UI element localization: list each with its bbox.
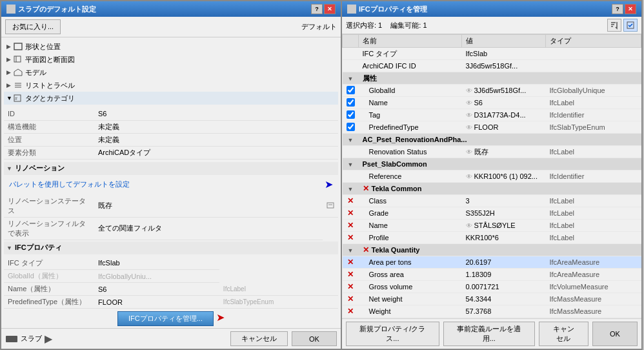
x-mark: ✕ xyxy=(347,294,354,304)
close-button[interactable]: ✕ xyxy=(324,4,336,14)
x-mark: ✕ xyxy=(347,270,354,279)
eye-icon: 👁 xyxy=(466,87,472,94)
close-button[interactable]: ✕ xyxy=(625,4,636,14)
row-checkbox[interactable] xyxy=(347,110,355,119)
table-row[interactable]: ArchiCAD IFC ID 3J6d5wr518Gf... xyxy=(343,60,641,72)
table-row[interactable]: ✕ Class 3 IfcLabel xyxy=(343,195,641,207)
group-expand[interactable]: ▼ xyxy=(343,134,359,146)
arrow-icon: ➤ xyxy=(325,178,333,190)
tree-item-list-label: リストとラベル xyxy=(25,81,75,90)
renovation-section-header[interactable]: ▼ リノベーション xyxy=(4,162,338,175)
help-button[interactable]: ? xyxy=(311,4,323,14)
filter-icon xyxy=(327,201,334,209)
table-row[interactable]: ▼ ✕ Tekla Quantity xyxy=(343,244,641,256)
check-cell[interactable] xyxy=(343,97,359,109)
row-type: IfcMassMeasure xyxy=(546,293,641,305)
table-row[interactable]: ✕ Gross volume 0.0071721 IfcVolumeMeasur… xyxy=(343,281,641,293)
toolbar-icons xyxy=(607,19,638,32)
table-row[interactable]: Renovation Status 👁既存 IfcLabel xyxy=(343,146,641,158)
table-row[interactable]: ✕ Net weight 54.3344 IfcMassMeasure xyxy=(343,293,641,305)
check-cell[interactable] xyxy=(343,121,359,134)
row-name: Gross area xyxy=(359,269,462,281)
table-row[interactable]: ▼ AC_Pset_RenovationAndPha... xyxy=(343,134,641,146)
predefine-button[interactable]: 事前定義ルールを適用... xyxy=(443,322,535,346)
table-row[interactable]: ▼ 属性 xyxy=(343,72,641,85)
ifc-type-value: IfcSlab xyxy=(94,257,219,270)
right-dialog-title: IFCプロパティを管理 xyxy=(359,5,427,14)
renovation-status-row: リノベーションステータス 既存 xyxy=(4,195,338,218)
row-name: Grade xyxy=(359,207,462,220)
table-row[interactable]: ▼ ✕ Tekla Common xyxy=(343,183,641,195)
tree-item-model[interactable]: ▶ モデル xyxy=(4,66,338,79)
expand-icon: ▼ xyxy=(348,137,354,143)
group-expand[interactable]: ▼ xyxy=(343,158,359,170)
check-cell xyxy=(343,48,359,60)
arrow-icon: ▶ xyxy=(6,43,13,50)
renovation-content: パレットを使用してデフォルトを設定 ➤ リノベーションステータス 既存 リノベー… xyxy=(4,175,338,242)
group-expand[interactable]: ▼ xyxy=(343,244,359,256)
row-checkbox[interactable] xyxy=(347,86,355,94)
cancel-button[interactable]: キャンセル xyxy=(230,331,288,346)
row-value: S355J2H xyxy=(462,207,546,220)
x-mark: ✕ xyxy=(347,209,354,218)
arrow-icon: ▶ xyxy=(6,82,13,88)
row-checkbox[interactable] xyxy=(347,98,355,107)
ifc-props-content: IFC タイプ IfcSlab GlobalId（属性） IfcGlobally… xyxy=(4,257,338,329)
cancel-button[interactable]: キャンセル xyxy=(539,322,589,346)
tree-item-shape[interactable]: ▶ 形状と位置 xyxy=(4,40,338,53)
ifc-manage-row: IFCプロパティを管理... ➤ xyxy=(4,309,338,328)
check-button[interactable] xyxy=(623,19,638,32)
tree-item-list[interactable]: ▶ リストとラベル xyxy=(4,79,338,92)
table-row[interactable]: PredefinedType 👁FLOOR IfcSlabTypeEnum xyxy=(343,121,641,134)
row-name: PredefinedType xyxy=(359,121,462,134)
ifc-section-header[interactable]: ▼ IFCプロパティ xyxy=(4,242,338,254)
check-cell: ✕ xyxy=(343,269,359,281)
table-row[interactable]: ✕ Name 👁STÅLSØYLE IfcLabel xyxy=(343,220,641,232)
table-row[interactable]: ✕ Grade S355J2H IfcLabel xyxy=(343,207,641,220)
group-expand[interactable]: ▼ xyxy=(343,183,359,195)
table-row[interactable]: Tag 👁D31A773A-D4... IfcIdentifier xyxy=(343,109,641,121)
sort-button[interactable] xyxy=(607,19,621,32)
row-value: IfcSlab xyxy=(462,48,546,60)
tree-item-tag[interactable]: ▼ # タグとカテゴリ xyxy=(4,92,338,105)
ok-button[interactable]: OK xyxy=(592,322,638,346)
check-cell[interactable] xyxy=(343,85,359,97)
row-type: IfcLabel xyxy=(546,232,641,244)
ok-button[interactable]: OK xyxy=(292,331,337,346)
table-row[interactable]: ✕ Profile KKR100*6 IfcLabel xyxy=(343,232,641,244)
editable-text: 編集可能: 1 xyxy=(390,21,427,29)
check-cell[interactable] xyxy=(343,109,359,121)
table-row[interactable]: Name 👁S6 IfcLabel xyxy=(343,97,641,109)
table-row[interactable]: Reference 👁KKR100*6 (1) 092... IfcIdenti… xyxy=(343,170,641,183)
table-row[interactable]: IFC タイプ IfcSlab xyxy=(343,48,641,60)
table-row[interactable]: ✕ Area per tons 20.6197 IfcAreaMeasure xyxy=(343,256,641,269)
set-default-row[interactable]: パレットを使用してデフォルトを設定 ➤ xyxy=(4,176,338,192)
row-type: IfcLabel xyxy=(546,207,641,220)
favorites-button[interactable]: お気に入り... xyxy=(5,19,61,34)
table-row[interactable]: ✕ Weight 57.3768 IfcMassMeasure xyxy=(343,305,641,318)
row-type: IfcVolumeMeasure xyxy=(546,281,641,293)
prop-row-type: 要素分類 ArchiCADタイプ xyxy=(4,146,338,159)
ifc-manage-button[interactable]: IFCプロパティを管理... xyxy=(117,311,214,326)
ifc-type-row: IFC タイプ IfcSlab xyxy=(4,257,338,270)
renovation-filter-label: リノベーションフィルタで表示 xyxy=(4,217,94,240)
row-type: IfcIdentifier xyxy=(546,109,641,121)
prop-pos-label: 位置 xyxy=(4,133,94,146)
row-name: Reference xyxy=(359,170,462,183)
name-attr-label: Name（属性） xyxy=(4,283,94,296)
row-value: 👁D31A773A-D4... xyxy=(462,109,546,121)
shape-icon xyxy=(13,42,23,51)
help-button[interactable]: ? xyxy=(612,4,623,14)
table-row[interactable]: ✕ Gross area 1.18309 IfcAreaMeasure xyxy=(343,269,641,281)
row-checkbox[interactable] xyxy=(347,123,355,131)
table-row[interactable]: GlobalId 👁3J6d5wr518Gf... IfcGloballyUni… xyxy=(343,85,641,97)
global-id-value: IfcGloballyUniu... xyxy=(94,270,219,283)
group-expand[interactable]: ▼ xyxy=(343,72,359,85)
new-property-button[interactable]: 新規プロパティ/クラス... xyxy=(346,322,439,346)
table-row[interactable]: ▼ Pset_SlabCommon xyxy=(343,158,641,170)
row-name: GlobalId xyxy=(359,85,462,97)
prop-id-label: ID xyxy=(4,107,94,120)
row-name: Name xyxy=(359,97,462,109)
app-icon xyxy=(6,5,15,14)
tree-item-plan[interactable]: ▶ 平面図と断面図 xyxy=(4,53,338,66)
